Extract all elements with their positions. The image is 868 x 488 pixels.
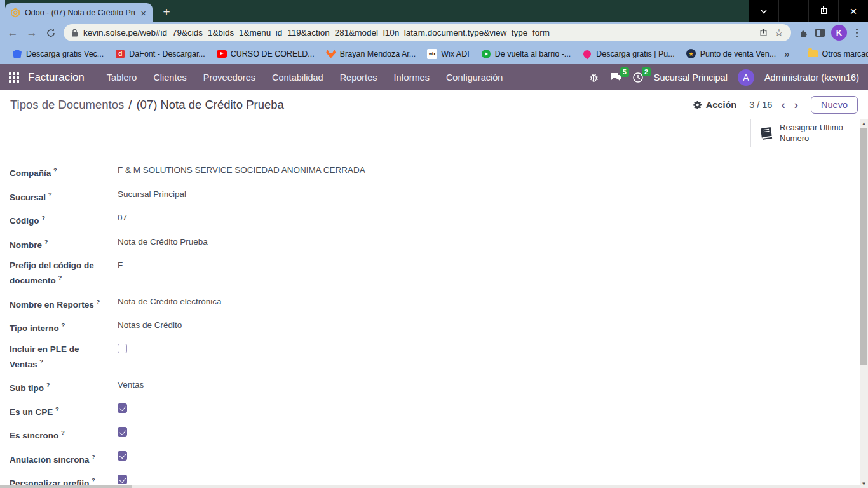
bookmark-item[interactable]: dDaFont - Descargar... bbox=[109, 46, 211, 62]
field-sub-tipo: Sub tipo ? Ventas bbox=[10, 379, 868, 394]
pager-next-icon[interactable]: › bbox=[794, 98, 798, 111]
new-tab-button[interactable]: + bbox=[158, 3, 175, 21]
menu-clientes[interactable]: Clientes bbox=[145, 72, 194, 83]
messages-badge: 5 bbox=[620, 67, 629, 77]
app-name[interactable]: Facturacion bbox=[28, 71, 85, 84]
activities-icon[interactable]: 2 bbox=[632, 72, 644, 83]
youtube-icon bbox=[217, 50, 227, 58]
checkbox[interactable] bbox=[118, 403, 127, 413]
menu-reportes[interactable]: Reportes bbox=[332, 72, 386, 83]
user-menu[interactable]: Administrator (kevin16) bbox=[764, 72, 859, 83]
apps-menu-icon[interactable] bbox=[9, 72, 19, 83]
forward-icon[interactable]: → bbox=[23, 24, 41, 42]
field-nombre: Nombre ? Nota de Crédito Prueba bbox=[10, 236, 868, 251]
field-value[interactable]: Nota de Crédito Prueba bbox=[118, 236, 208, 251]
field-value[interactable]: F & M SOLUTIONS SERVICE SOCIEDAD ANONIMA… bbox=[118, 164, 365, 179]
control-panel: Tipos de Documentos / (07) Nota de Crédi… bbox=[0, 90, 868, 119]
pager-value: 3 / 16 bbox=[749, 100, 772, 110]
scrollbar-thumb[interactable] bbox=[860, 128, 867, 365]
debug-bug-icon[interactable] bbox=[588, 72, 599, 83]
tab-title: Odoo - (07) Nota de Crédito Prue bbox=[25, 8, 135, 17]
reassign-last-number-button[interactable]: Reasignar Ultimo Numero bbox=[750, 119, 860, 147]
play-icon bbox=[482, 50, 491, 58]
field-value[interactable]: 07 bbox=[118, 212, 127, 227]
checkbox[interactable] bbox=[118, 427, 127, 437]
bookmarks-bar: Descarga gratis Vec... dDaFont - Descarg… bbox=[0, 43, 868, 64]
bookmark-item[interactable]: Descarga gratis Vec... bbox=[6, 46, 109, 62]
menu-contabilidad[interactable]: Contabilidad bbox=[264, 72, 332, 83]
toolbar-right: K bbox=[795, 25, 864, 41]
field-es-sincrono: Es sincrono ? bbox=[10, 426, 868, 442]
document-type-form: Compañía ? F & M SOLUTIONS SERVICE SOCIE… bbox=[0, 147, 868, 488]
breadcrumb-current: (07) Nota de Crédito Prueba bbox=[136, 98, 283, 112]
bookmark-item[interactable]: wixWix ADI bbox=[421, 46, 475, 62]
field-es-un-cpe: Es un CPE ? bbox=[10, 403, 868, 418]
bookmark-item[interactable]: ★Punto de venta Ven... bbox=[681, 46, 782, 62]
scrollbar-thumb[interactable] bbox=[0, 485, 132, 488]
tab-search-icon[interactable] bbox=[749, 0, 778, 22]
field-value[interactable]: Sucursal Principal bbox=[118, 188, 186, 203]
bookmark-star-icon[interactable]: ☆ bbox=[775, 27, 783, 39]
menu-proveedores[interactable]: Proveedores bbox=[195, 72, 264, 83]
extensions-icon[interactable] bbox=[799, 28, 809, 38]
side-panel-icon[interactable] bbox=[815, 29, 825, 37]
breadcrumb-parent[interactable]: Tipos de Documentos bbox=[10, 98, 124, 112]
field-value[interactable]: Ventas bbox=[118, 379, 144, 394]
bookmark-item[interactable]: De vuelta al barrio -... bbox=[475, 46, 577, 62]
action-menu-button[interactable]: Acción bbox=[693, 100, 736, 110]
pager-previous-icon[interactable]: ‹ bbox=[781, 98, 785, 111]
vertical-scrollbar[interactable]: ▲ ▼ bbox=[860, 119, 868, 488]
menu-configuracion[interactable]: Configuración bbox=[438, 72, 511, 83]
field-codigo: Código ? 07 bbox=[10, 212, 868, 227]
lock-icon bbox=[71, 29, 78, 37]
bookmark-item[interactable]: CURSO DE CORELD... bbox=[211, 46, 320, 62]
bookmarks-overflow-icon[interactable]: » bbox=[782, 48, 792, 59]
bookmark-item[interactable]: Descarga gratis | Pu... bbox=[576, 46, 680, 62]
gitlab-icon bbox=[326, 50, 336, 58]
new-record-button[interactable]: Nuevo bbox=[811, 96, 858, 114]
minimize-button[interactable] bbox=[778, 0, 808, 22]
wix-icon: wix bbox=[427, 49, 437, 59]
url-text[interactable]: kevin.solse.pe/web#id=79&cids=1&bids=1&m… bbox=[83, 28, 754, 37]
folder-icon bbox=[808, 50, 818, 57]
branch-selector[interactable]: Sucursal Principal bbox=[654, 72, 728, 83]
share-icon[interactable] bbox=[759, 28, 768, 37]
field-nombre-reportes: Nombre en Reportes ? Nota de Crédito ele… bbox=[10, 295, 868, 311]
book-icon bbox=[758, 125, 775, 141]
browser-profile-avatar[interactable]: K bbox=[831, 25, 847, 41]
checkbox[interactable] bbox=[118, 475, 127, 484]
menu-tablero[interactable]: Tablero bbox=[98, 72, 146, 83]
browser-tab[interactable]: Odoo - (07) Nota de Crédito Prue × bbox=[5, 3, 153, 22]
divider bbox=[799, 48, 799, 60]
browser-menu-icon[interactable] bbox=[853, 29, 860, 37]
window-controls: × bbox=[749, 0, 868, 22]
gear-icon bbox=[693, 100, 702, 109]
frame-corner bbox=[0, 0, 5, 22]
field-value[interactable]: Nota de Crédito electrónica bbox=[118, 295, 222, 311]
url-bar[interactable]: kevin.solse.pe/web#id=79&cids=1&bids=1&m… bbox=[64, 24, 791, 41]
activities-badge: 2 bbox=[642, 67, 651, 77]
checkbox[interactable] bbox=[118, 344, 127, 353]
menu-informes[interactable]: Informes bbox=[385, 72, 437, 83]
restore-button[interactable] bbox=[808, 0, 838, 22]
scroll-up-icon[interactable]: ▲ bbox=[862, 119, 867, 128]
close-button[interactable]: × bbox=[838, 0, 868, 22]
back-icon[interactable]: ← bbox=[4, 24, 22, 42]
horizontal-scrollbar[interactable] bbox=[0, 485, 860, 488]
messages-icon[interactable]: 5 bbox=[609, 72, 622, 83]
other-bookmarks-button[interactable]: Otros marcadores bbox=[806, 46, 868, 62]
checkbox[interactable] bbox=[118, 451, 127, 461]
tab-close-icon[interactable]: × bbox=[139, 8, 147, 18]
field-sucursal: Sucursal ? Sucursal Principal bbox=[10, 188, 868, 203]
browser-toolbar: ← → kevin.solse.pe/web#id=79&cids=1&bids… bbox=[0, 22, 868, 43]
droplet-icon bbox=[582, 48, 593, 59]
breadcrumb-separator: / bbox=[128, 98, 132, 112]
bookmark-item[interactable]: Brayan Mendoza Ar... bbox=[320, 46, 422, 62]
field-anulacion-sincrona: Anulación sincrona ? bbox=[10, 451, 868, 466]
user-avatar[interactable]: A bbox=[738, 69, 754, 86]
field-value[interactable]: F bbox=[118, 259, 123, 287]
field-value[interactable]: Notas de Crédito bbox=[118, 319, 182, 334]
scroll-down-icon[interactable]: ▼ bbox=[862, 480, 867, 488]
reload-icon[interactable] bbox=[42, 24, 60, 42]
field-compania: Compañía ? F & M SOLUTIONS SERVICE SOCIE… bbox=[10, 164, 868, 179]
